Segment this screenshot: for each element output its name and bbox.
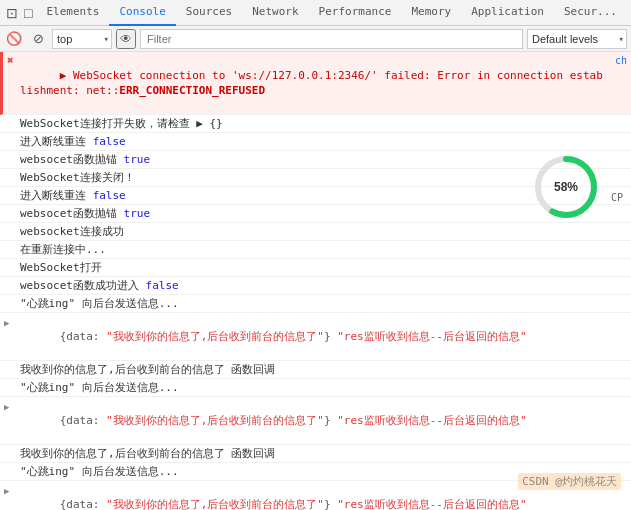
console-line: "心跳ing" 向后台发送信息... [0,295,631,313]
line-text: WebSocket连接打开失败，请检查 ▶ {} [20,116,627,131]
console-line-error[interactable]: ✖ ▶ WebSocket connection to 'ws://127.0.… [0,52,631,115]
eye-btn[interactable]: 👁 [116,29,136,49]
line-text: 在重新连接中... [20,242,627,257]
device-toggle-btn[interactable]: □ [20,1,36,25]
console-line: websocet函数成功进入 false [0,277,631,295]
error-text: ▶ WebSocket connection to 'ws://127.0.0.… [20,53,609,113]
console-output: ✖ ▶ WebSocket connection to 'ws://127.0.… [0,52,631,510]
console-line: "心跳ing" 向后台发送信息... [0,463,631,481]
line-text: {data: "我收到你的信息了,后台收到前台的信息了"} "res监听收到信息… [20,482,627,510]
console-line-expand-3[interactable]: ▶ {data: "我收到你的信息了,后台收到前台的信息了"} "res监听收到… [0,481,631,510]
line-text: {data: "我收到你的信息了,后台收到前台的信息了"} "res监听收到信息… [20,314,627,359]
console-line: websocet函数抛锚 true [0,151,631,169]
tab-memory[interactable]: Memory [401,0,461,26]
expand-icon: ▶ [4,484,9,499]
console-line-expand-2[interactable]: ▶ {data: "我收到你的信息了,后台收到前台的信息了"} "res监听收到… [0,397,631,445]
error-icon: ✖ [7,53,14,68]
line-text: websocet函数抛锚 true [20,206,627,221]
line-text: websocet函数成功进入 false [20,278,627,293]
line-text: {data: "我收到你的信息了,后台收到前台的信息了"} "res监听收到信息… [20,398,627,443]
devtools-tab-bar: ⊡ □ Elements Console Sources Network Per… [0,0,631,26]
console-line: websocet函数抛锚 true [0,205,631,223]
console-line: 我收到你的信息了,后台收到前台的信息了 函数回调 [0,445,631,463]
line-text: 我收到你的信息了,后台收到前台的信息了 函数回调 [20,446,627,461]
line-text: "心跳ing" 向后台发送信息... [20,296,627,311]
expand-icon: ▶ [4,316,9,331]
levels-select-wrapper[interactable]: Default levels Verbose Info Warnings Err… [527,29,627,49]
inspect-element-btn[interactable]: ⊡ [4,1,20,25]
context-select[interactable]: top [52,29,112,49]
console-line: WebSocket打开 [0,259,631,277]
line-text: 进入断线重连 false [20,188,627,203]
line-text: 进入断线重连 false [20,134,627,149]
line-text: websocket连接成功 [20,224,627,239]
expand-icon: ▶ [4,400,9,415]
console-toolbar: 🚫 ⊘ top 👁 Default levels Verbose Info Wa… [0,26,631,52]
console-line: WebSocket连接关闭！ [0,169,631,187]
tab-performance[interactable]: Performance [309,0,402,26]
context-select-wrapper[interactable]: top [52,29,112,49]
tab-sources[interactable]: Sources [176,0,242,26]
tab-application[interactable]: Application [461,0,554,26]
filter-toggle-btn[interactable]: ⊘ [28,29,48,49]
console-line: 进入断线重连 false [0,133,631,151]
line-text: websocet函数抛锚 true [20,152,627,167]
console-line: WebSocket连接打开失败，请检查 ▶ {} [0,115,631,133]
line-text: WebSocket连接关闭！ [20,170,627,185]
tab-console[interactable]: Console [109,0,175,26]
error-link[interactable]: ch [615,53,627,68]
levels-select[interactable]: Default levels Verbose Info Warnings Err… [527,29,627,49]
console-line-expand-1[interactable]: ▶ {data: "我收到你的信息了,后台收到前台的信息了"} "res监听收到… [0,313,631,361]
line-text: WebSocket打开 [20,260,627,275]
line-text: "心跳ing" 向后台发送信息... [20,380,627,395]
tab-elements[interactable]: Elements [36,0,109,26]
console-line: 我收到你的信息了,后台收到前台的信息了 函数回调 [0,361,631,379]
filter-input[interactable] [140,29,523,49]
console-line: 进入断线重连 false [0,187,631,205]
console-line: "心跳ing" 向后台发送信息... [0,379,631,397]
tab-network[interactable]: Network [242,0,308,26]
console-line: 在重新连接中... [0,241,631,259]
line-text: 我收到你的信息了,后台收到前台的信息了 函数回调 [20,362,627,377]
line-text: "心跳ing" 向后台发送信息... [20,464,627,479]
tab-security[interactable]: Secur... [554,0,627,26]
clear-console-btn[interactable]: 🚫 [4,29,24,49]
console-line: websocket连接成功 [0,223,631,241]
